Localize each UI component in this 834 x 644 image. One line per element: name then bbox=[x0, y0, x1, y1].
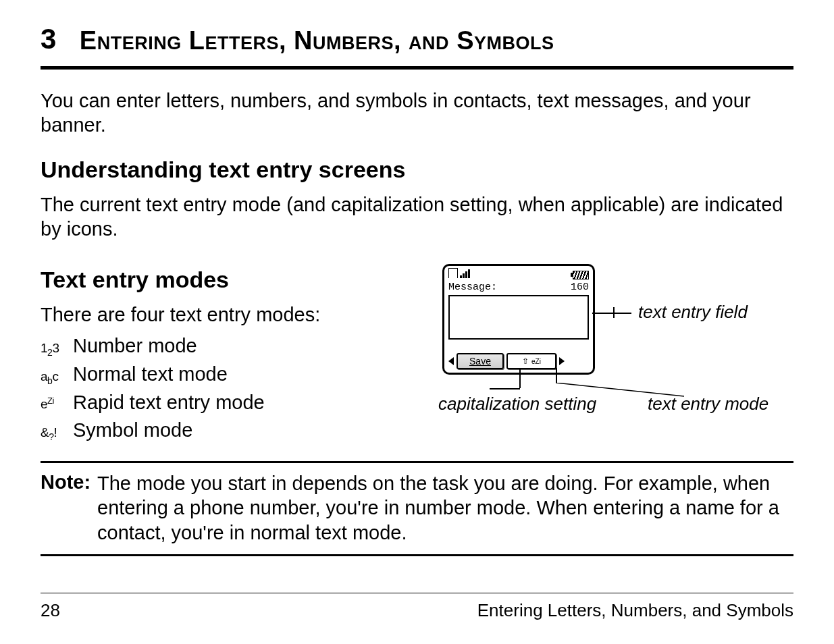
mode-label: Number mode bbox=[73, 333, 197, 359]
mode-list: 123 Number mode abc Normal text mode eZi… bbox=[41, 333, 415, 444]
save-softkey-label: Save bbox=[469, 356, 491, 367]
battery-icon bbox=[573, 271, 589, 279]
note-block: Note: The mode you start in depends on t… bbox=[41, 461, 793, 556]
page-number: 28 bbox=[41, 600, 60, 621]
list-item: 123 Number mode bbox=[41, 333, 415, 359]
ezi-icon: eZi bbox=[531, 358, 541, 365]
mode-label: Symbol mode bbox=[73, 418, 192, 444]
chapter-number: 3 bbox=[41, 23, 56, 55]
signal-icon bbox=[448, 268, 476, 281]
note-label: Note: bbox=[41, 471, 97, 545]
callout-capitalization: capitalization setting bbox=[438, 394, 596, 414]
section-heading-understanding: Understanding text entry screens bbox=[41, 157, 793, 183]
callout-text-entry-field: text entry field bbox=[638, 302, 748, 323]
mode-label: Rapid text entry mode bbox=[73, 390, 265, 416]
phone-illustration: Message: 160 Save ⇧ eZi text entry field bbox=[442, 260, 793, 375]
running-title: Entering Letters, Numbers, and Symbols bbox=[477, 600, 793, 621]
page-footer: 28 Entering Letters, Numbers, and Symbol… bbox=[41, 593, 793, 621]
rapid-text-mode-icon: eZi bbox=[41, 396, 73, 412]
chapter-heading: 3 Entering Letters, Numbers, and Symbols bbox=[41, 23, 793, 70]
message-label: Message: bbox=[448, 281, 497, 293]
list-item: abc Normal text mode bbox=[41, 362, 415, 387]
callout-text-entry-mode: text entry mode bbox=[648, 394, 768, 414]
intro-paragraph: You can enter letters, numbers, and symb… bbox=[41, 88, 793, 138]
shift-icon: ⇧ bbox=[522, 356, 529, 366]
phone-screen: Message: 160 Save ⇧ eZi bbox=[442, 264, 595, 375]
right-arrow-icon bbox=[559, 357, 565, 365]
note-text: The mode you start in depends on the tas… bbox=[97, 471, 793, 545]
section1-body: The current text entry mode (and capital… bbox=[41, 192, 793, 242]
chapter-title: Entering Letters, Numbers, and Symbols bbox=[80, 26, 554, 55]
number-mode-icon: 123 bbox=[41, 341, 73, 358]
list-item: eZi Rapid text entry mode bbox=[41, 390, 415, 416]
mode-softkey: ⇧ eZi bbox=[506, 353, 556, 369]
save-softkey: Save bbox=[457, 353, 504, 369]
char-count: 160 bbox=[571, 281, 589, 293]
symbol-mode-icon: &?! bbox=[41, 425, 73, 442]
list-item: &?! Symbol mode bbox=[41, 418, 415, 444]
text-entry-field bbox=[448, 295, 589, 340]
normal-text-mode-icon: abc bbox=[41, 369, 73, 386]
modes-intro: There are four text entry modes: bbox=[41, 302, 415, 327]
left-arrow-icon bbox=[448, 357, 454, 365]
mode-label: Normal text mode bbox=[73, 362, 228, 387]
section-heading-modes: Text entry modes bbox=[41, 267, 415, 293]
